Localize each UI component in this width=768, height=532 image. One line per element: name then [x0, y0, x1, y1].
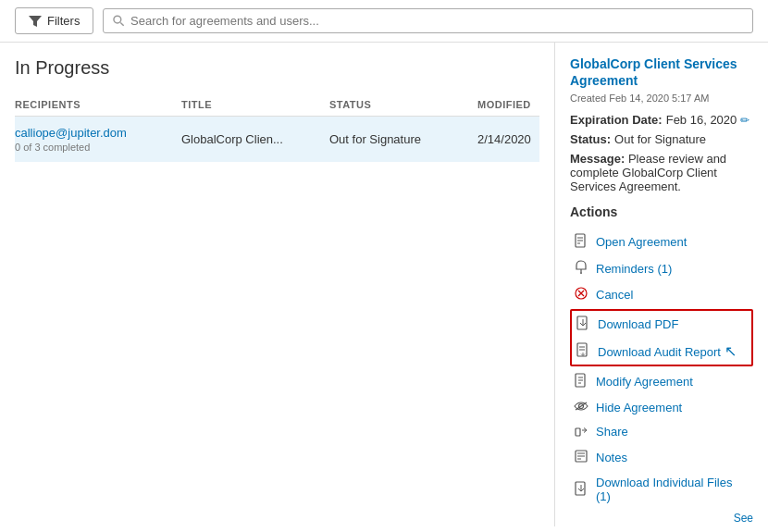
notes-icon	[574, 449, 588, 466]
message-row: Message: Please review and complete Glob…	[570, 152, 753, 193]
notes-label: Notes	[596, 451, 627, 464]
svg-line-2	[121, 22, 124, 25]
recipient-completed: 0 of 3 completed	[15, 142, 181, 153]
col-recipients: RECIPIENTS	[15, 99, 181, 110]
download-pdf-icon	[576, 315, 590, 333]
hide-agreement-icon	[574, 400, 588, 414]
svg-point-1	[114, 16, 121, 23]
action-notes[interactable]: Notes	[570, 444, 753, 471]
search-input[interactable]	[130, 14, 743, 28]
svg-marker-0	[29, 16, 42, 27]
agreement-title: GlobalCorp Client Services Agreement	[570, 56, 753, 89]
download-audit-label: Download Audit Report ↖	[598, 342, 737, 360]
title-cell: GlobalCorp Clien...	[181, 126, 329, 153]
see-link[interactable]: See	[570, 508, 753, 526]
actions-title: Actions	[570, 204, 753, 219]
actions-list: Open AgreementReminders (1)CancelDownloa…	[570, 229, 753, 508]
expiration-label: Expiration Date:	[570, 113, 663, 127]
col-title: TITLE	[181, 99, 329, 110]
search-box[interactable]	[103, 8, 753, 33]
reminders-label: Reminders (1)	[596, 262, 672, 276]
created-text: Created Feb 14, 2020 5:17 AM	[570, 93, 753, 104]
action-open-agreement[interactable]: Open Agreement	[570, 229, 753, 255]
recipient-cell: calliope@jupiter.dom 0 of 3 completed	[15, 126, 181, 153]
left-panel: In Progress RECIPIENTS TITLE STATUS MODI…	[0, 43, 555, 526]
highlighted-actions-group: Download PDFDownload Audit Report ↖	[570, 309, 753, 366]
filter-label: Filters	[47, 14, 80, 28]
action-reminders[interactable]: Reminders (1)	[570, 255, 753, 282]
search-icon	[113, 15, 125, 27]
action-cancel[interactable]: Cancel	[570, 282, 753, 307]
table-row[interactable]: calliope@jupiter.dom 0 of 3 completed Gl…	[15, 117, 539, 162]
svg-point-8	[580, 272, 582, 274]
action-download-individual[interactable]: Download Individual Files (1)	[570, 471, 753, 508]
expiration-row: Expiration Date: Feb 16, 2020 ✏	[570, 113, 753, 127]
col-status: STATUS	[329, 99, 477, 110]
share-icon	[574, 424, 588, 439]
cancel-label: Cancel	[596, 288, 633, 302]
action-share[interactable]: Share	[570, 419, 753, 444]
action-download-audit[interactable]: Download Audit Report ↖	[572, 338, 751, 365]
section-title: In Progress	[15, 57, 539, 79]
status-row: Status: Out for Signature	[570, 132, 753, 146]
top-bar: Filters	[0, 0, 768, 43]
edit-expiration-icon[interactable]: ✏	[740, 114, 749, 127]
right-panel: GlobalCorp Client Services Agreement Cre…	[555, 43, 768, 526]
message-label: Message:	[570, 152, 625, 166]
table-header: RECIPIENTS TITLE STATUS MODIFIED	[15, 93, 539, 117]
status-label: Status:	[570, 132, 611, 146]
col-modified: MODIFIED	[477, 99, 555, 110]
recipient-email: calliope@jupiter.dom	[15, 126, 181, 140]
status-cell: Out for Signature	[329, 126, 477, 153]
filter-icon	[29, 16, 42, 27]
filter-button[interactable]: Filters	[15, 7, 93, 34]
svg-rect-24	[576, 428, 580, 436]
download-individual-label: Download Individual Files (1)	[596, 476, 749, 503]
download-audit-icon	[576, 342, 590, 360]
main-layout: In Progress RECIPIENTS TITLE STATUS MODI…	[0, 43, 768, 526]
modify-agreement-icon	[574, 373, 588, 390]
action-download-pdf[interactable]: Download PDF	[572, 311, 751, 338]
hide-agreement-label: Hide Agreement	[596, 401, 682, 414]
reminders-icon	[574, 260, 588, 278]
action-modify-agreement[interactable]: Modify Agreement	[570, 368, 753, 395]
expiration-value: Feb 16, 2020	[666, 113, 737, 127]
open-agreement-icon	[574, 233, 588, 251]
cancel-icon	[574, 287, 588, 303]
download-individual-icon	[574, 481, 588, 499]
share-label: Share	[596, 425, 628, 439]
modify-agreement-label: Modify Agreement	[596, 375, 693, 389]
cursor-indicator: ↖	[721, 345, 737, 359]
status-value: Out for Signature	[614, 132, 706, 146]
open-agreement-label: Open Agreement	[596, 235, 687, 249]
modified-cell: 2/14/2020	[477, 126, 555, 153]
download-pdf-label: Download PDF	[598, 317, 678, 331]
action-hide-agreement[interactable]: Hide Agreement	[570, 395, 753, 419]
